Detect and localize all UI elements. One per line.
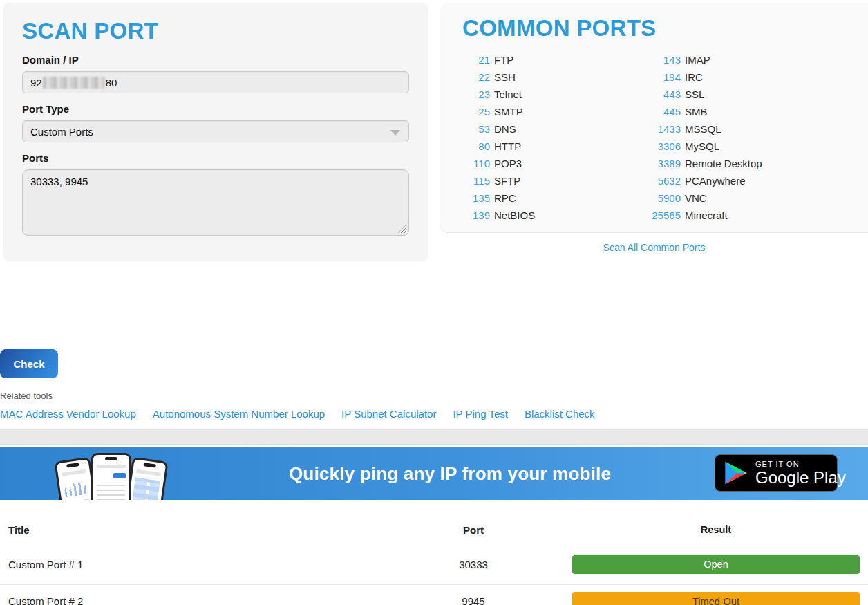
common-port-item: 110POP3 (462, 155, 649, 172)
common-ports-panel: COMMON PORTS 21FTP 22SSH 23Telnet 25SMTP… (440, 3, 868, 232)
related-tools-links: MAC Address Vendor Lookup Autonomous Sys… (0, 408, 868, 420)
port-number-link[interactable]: 21 (462, 54, 490, 66)
port-number-link[interactable]: 443 (649, 89, 681, 100)
port-number-link[interactable]: 80 (462, 140, 490, 152)
common-port-item: 143IMAP (649, 51, 868, 68)
port-name: PCAnywhere (685, 175, 746, 187)
port-name: RPC (494, 192, 516, 204)
port-name: SSH (494, 71, 516, 83)
port-number-link[interactable]: 1433 (649, 123, 681, 135)
scan-results-table: Title Port Result Custom Port # 1 30333 … (0, 500, 868, 605)
scan-all-common-ports-link[interactable]: Scan All Common Ports (440, 242, 868, 253)
port-name: IRC (685, 71, 703, 83)
common-port-item: 5632PCAnywhere (649, 172, 868, 189)
port-name: Minecraft (685, 210, 728, 221)
port-number-link[interactable]: 53 (462, 123, 490, 135)
scan-port-panel: SCAN PORT Domain / IP 9280 Port Type Cus… (3, 3, 428, 261)
google-play-icon (724, 460, 748, 486)
mobile-app-banner: Quickly ping any IP from your mobile GET… (0, 447, 868, 500)
port-number-link[interactable]: 5900 (649, 192, 681, 204)
google-play-badge[interactable]: GET IT ON Google Play (715, 454, 838, 492)
result-row-port: 9945 (428, 595, 518, 605)
results-header-row: Title Port Result (0, 515, 868, 544)
domain-ip-input[interactable]: 9280 (22, 71, 409, 93)
google-play-get-it-on: GET IT ON (755, 460, 846, 469)
related-tools-heading: Related tools (0, 391, 868, 401)
port-number-link[interactable]: 139 (462, 210, 490, 221)
domain-value-masked (43, 77, 105, 89)
port-name: SMTP (494, 106, 523, 118)
related-link-blacklist-check[interactable]: Blacklist Check (525, 408, 595, 420)
related-link-asn-lookup[interactable]: Autonomous System Number Lookup (153, 408, 325, 420)
common-port-item: 3306MySQL (649, 138, 868, 155)
port-number-link[interactable]: 445 (649, 106, 681, 118)
port-name: FTP (494, 54, 513, 66)
chevron-down-icon (390, 130, 400, 136)
check-button[interactable]: Check (0, 349, 58, 378)
port-name: SFTP (494, 175, 520, 187)
results-header-title: Title (0, 524, 428, 536)
port-type-select[interactable]: Custom Ports (22, 120, 409, 142)
port-type-label: Port Type (22, 103, 409, 115)
port-name: SSL (685, 89, 704, 100)
port-name: VNC (685, 192, 707, 204)
ports-label: Ports (22, 152, 409, 164)
port-name: Telnet (494, 89, 522, 100)
domain-value-end: 80 (106, 77, 117, 89)
port-name: MySQL (685, 140, 719, 152)
related-link-ip-subnet-calculator[interactable]: IP Subnet Calculator (341, 408, 436, 420)
section-divider-strip (0, 429, 868, 445)
top-section: SCAN PORT Domain / IP 9280 Port Type Cus… (0, 0, 868, 261)
status-badge-open: Open (572, 555, 860, 574)
common-port-item: 443SSL (649, 86, 868, 103)
common-port-item: 53DNS (462, 120, 649, 138)
domain-value-start: 92 (30, 77, 42, 89)
related-link-mac-address-vendor-lookup[interactable]: MAC Address Vendor Lookup (0, 408, 136, 420)
port-name: DNS (494, 123, 516, 135)
result-row-title: Custom Port # 2 (0, 595, 428, 605)
ports-textarea[interactable]: 30333, 9945 (22, 169, 409, 236)
resize-handle-icon[interactable] (398, 225, 406, 233)
common-ports-column-1: 21FTP 22SSH 23Telnet 25SMTP 53DNS 80HTTP… (462, 51, 649, 224)
port-number-link[interactable]: 23 (462, 89, 490, 100)
table-row: Custom Port # 2 9945 Timed-Out (0, 584, 868, 605)
port-name: Remote Desktop (685, 158, 762, 169)
port-number-link[interactable]: 143 (649, 54, 681, 66)
common-port-item: 22SSH (462, 68, 649, 86)
common-port-item: 21FTP (462, 51, 649, 68)
port-number-link[interactable]: 3389 (649, 158, 681, 169)
google-play-label: Google Play (755, 469, 846, 487)
common-port-item: 5900VNC (649, 189, 868, 207)
domain-ip-label: Domain / IP (22, 54, 409, 66)
result-row-title: Custom Port # 1 (0, 559, 428, 570)
port-number-link[interactable]: 110 (462, 158, 490, 169)
port-number-link[interactable]: 194 (649, 71, 681, 83)
port-name: SMB (685, 106, 708, 118)
common-ports-column-2: 143IMAP 194IRC 443SSL 445SMB 1433MSSQL 3… (649, 51, 868, 224)
port-name: MSSQL (685, 123, 721, 135)
common-port-item: 80HTTP (462, 138, 649, 155)
status-badge-timed-out: Timed-Out (572, 592, 860, 605)
ports-value: 30333, 9945 (30, 176, 88, 187)
common-port-item: 115SFTP (462, 172, 649, 189)
related-link-ip-ping-test[interactable]: IP Ping Test (453, 408, 508, 420)
port-number-link[interactable]: 22 (462, 71, 490, 83)
google-play-text: GET IT ON Google Play (755, 460, 846, 487)
common-port-item: 194IRC (649, 68, 868, 86)
common-ports-title: COMMON PORTS (462, 15, 868, 41)
common-port-item: 23Telnet (462, 86, 649, 103)
results-header-port: Port (428, 524, 518, 536)
port-number-link[interactable]: 3306 (649, 140, 681, 152)
common-port-item: 135RPC (462, 189, 649, 207)
common-port-item: 25565Minecraft (649, 207, 868, 224)
port-number-link[interactable]: 25 (462, 106, 490, 118)
common-port-item: 1433MSSQL (649, 120, 868, 138)
port-name: NetBIOS (494, 210, 535, 221)
common-ports-column: COMMON PORTS 21FTP 22SSH 23Telnet 25SMTP… (440, 3, 868, 253)
port-name: IMAP (685, 54, 710, 66)
port-number-link[interactable]: 5632 (649, 175, 681, 187)
port-number-link[interactable]: 25565 (649, 210, 681, 221)
port-number-link[interactable]: 135 (462, 192, 490, 204)
common-port-item: 445SMB (649, 103, 868, 120)
port-number-link[interactable]: 115 (462, 175, 490, 187)
